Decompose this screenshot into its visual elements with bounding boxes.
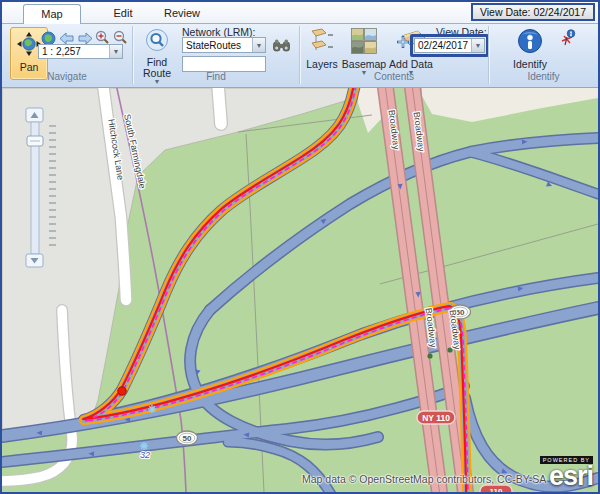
- find-route-icon: [145, 28, 169, 56]
- network-combobox[interactable]: ▼: [182, 37, 266, 53]
- network-dropdown-arrow[interactable]: ▼: [252, 38, 265, 52]
- group-label-navigate: Navigate: [2, 71, 132, 82]
- junction-dot: [447, 347, 452, 352]
- basemap-icon: [351, 28, 377, 58]
- layers-label: Layers: [306, 59, 338, 70]
- app-window: Map Edit Review View Date: 02/24/2017 Pa…: [0, 0, 600, 494]
- ny-110-shield: NY 110: [417, 411, 455, 424]
- svg-text:110: 110: [490, 487, 503, 492]
- identify-icon: [517, 28, 543, 58]
- view-date-combobox[interactable]: ▼: [414, 38, 485, 53]
- exit-number-label: 32: [140, 450, 150, 460]
- map-attribution: Map data © OpenStreetMap contributors, C…: [302, 473, 546, 485]
- binoculars-icon[interactable]: [271, 37, 291, 54]
- scale-input[interactable]: [39, 45, 109, 58]
- tab-edit[interactable]: Edit: [98, 4, 148, 24]
- identify-route-pin-icon[interactable]: [558, 28, 578, 48]
- group-label-find: Find: [133, 71, 299, 82]
- ribbon-toolbar: Pan ▼ Navigate: [2, 24, 598, 88]
- scale-dropdown-arrow[interactable]: ▼: [109, 45, 122, 58]
- esri-logo: POWERED BY esri: [526, 456, 593, 488]
- find-route-search-input[interactable]: [183, 57, 265, 71]
- map-viewport[interactable]: 32 50 50 NY 110 110: [2, 88, 598, 492]
- map-canvas[interactable]: 32 50 50 NY 110 110: [2, 88, 598, 492]
- group-label-contents: Contents: [300, 71, 488, 82]
- ny-110-shield-partial: 110: [480, 485, 512, 492]
- esri-wordmark: esri: [526, 464, 593, 488]
- view-date-dropdown-arrow[interactable]: ▼: [471, 39, 484, 52]
- route-point-marker[interactable]: [118, 387, 126, 395]
- view-date-input[interactable]: [415, 39, 471, 52]
- route-50-shield: 50: [177, 431, 198, 445]
- tab-map[interactable]: Map: [23, 4, 81, 24]
- tab-review[interactable]: Review: [154, 4, 210, 24]
- group-label-identify: Identify: [489, 71, 598, 82]
- identify-button[interactable]: Identify: [508, 27, 552, 71]
- svg-text:NY 110: NY 110: [422, 413, 450, 423]
- layers-button[interactable]: Layers: [303, 27, 341, 71]
- ribbon-tab-bar: Map Edit Review View Date: 02/24/2017: [2, 2, 598, 24]
- junction-dot: [427, 353, 432, 358]
- find-route-search-box[interactable]: [182, 56, 266, 72]
- svg-text:50: 50: [183, 434, 192, 443]
- layers-icon: [308, 28, 336, 58]
- view-date-banner: View Date: 02/24/2017: [471, 3, 595, 21]
- scale-combobox[interactable]: ▼: [38, 44, 123, 59]
- identify-label: Identify: [513, 59, 547, 70]
- view-date-highlight-box: ▼: [410, 34, 489, 57]
- network-input[interactable]: [183, 38, 252, 52]
